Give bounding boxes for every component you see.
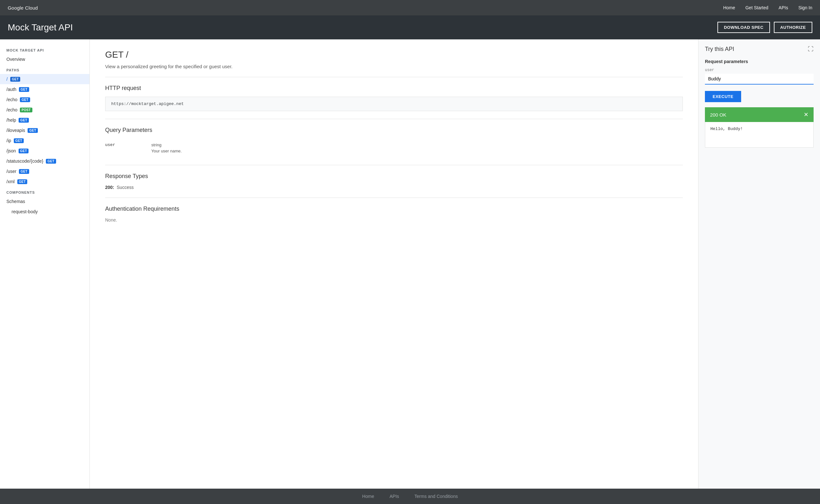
sidebar-path-json[interactable]: /json GET [0, 146, 89, 156]
sidebar-schemas[interactable]: Schemas [0, 196, 89, 207]
sidebar-path-ip[interactable]: /ip GET [0, 135, 89, 146]
path-label: /xml [6, 179, 15, 184]
sidebar-schema-request-body[interactable]: request-body [0, 207, 89, 217]
response-types-section: Response Types [105, 173, 683, 180]
path-label: /echo [6, 97, 17, 102]
sidebar-path-auth[interactable]: /auth GET [0, 84, 89, 94]
sidebar: MOCK TARGET API Overview PATHS / GET /au… [0, 39, 90, 489]
sidebar-path-echo-get[interactable]: /echo GET [0, 94, 89, 105]
path-label: /user [6, 169, 16, 174]
sidebar-path-echo-post[interactable]: /echo POST [0, 105, 89, 115]
execute-button[interactable]: EXECUTE [705, 91, 741, 102]
expand-icon[interactable]: ⛶ [808, 46, 814, 53]
method-badge-get: GET [10, 77, 20, 82]
schema-item-label: request-body [12, 209, 38, 214]
sidebar-path-xml[interactable]: /xml GET [0, 176, 89, 187]
path-label: / [6, 77, 8, 82]
try-param-label: user [705, 68, 814, 72]
divider-4 [105, 198, 683, 198]
endpoint-description: View a personalized greeting for the spe… [105, 64, 683, 69]
param-details: string Your user name. [151, 142, 182, 153]
method-badge-get: GET [14, 138, 24, 143]
method-badge-get: GET [19, 118, 29, 123]
path-label: /auth [6, 87, 16, 92]
page-header: Mock Target API DOWNLOAD SPEC AUTHORIZE [0, 15, 820, 39]
response-status: 200 OK [710, 112, 726, 118]
method-badge-get: GET [19, 169, 29, 174]
sidebar-api-title: MOCK TARGET API [0, 45, 89, 54]
header-buttons: DOWNLOAD SPEC AUTHORIZE [718, 22, 812, 33]
path-label: /statuscode/{code} [6, 159, 43, 164]
path-label: /json [6, 148, 16, 153]
top-nav-links: Home Get Started APIs Sign In [723, 5, 812, 10]
divider-3 [105, 165, 683, 165]
method-badge-get: GET [17, 179, 27, 184]
nav-home[interactable]: Home [723, 5, 735, 10]
content-area: GET / View a personalized greeting for t… [90, 39, 698, 489]
sidebar-overview-label: Overview [6, 57, 25, 62]
sidebar-components-section: COMPONENTS [0, 187, 89, 196]
response-status-bar: 200 OK ✕ [705, 107, 814, 122]
auth-section: Authentication Requirements [105, 206, 683, 212]
method-badge-get: GET [19, 149, 29, 153]
sidebar-path-statuscode[interactable]: /statuscode/{code} GET [0, 156, 89, 166]
query-param-row: user string Your user name. [105, 139, 683, 157]
path-label: /help [6, 118, 16, 123]
path-label: /iloveapis [6, 128, 25, 133]
close-icon[interactable]: ✕ [804, 111, 808, 118]
http-request-url: https://mocktarget.apigee.net [105, 97, 683, 111]
sidebar-overview[interactable]: Overview [0, 54, 89, 64]
divider-1 [105, 77, 683, 77]
sidebar-path-iloveapis[interactable]: /iloveapis GET [0, 125, 89, 135]
brand-name: Google Cloud [8, 5, 38, 11]
method-badge-get: GET [19, 87, 29, 92]
page-title: Mock Target API [8, 22, 73, 33]
footer: Home APIs Terms and Conditions [0, 489, 820, 504]
sidebar-path-user[interactable]: /user GET [0, 166, 89, 176]
authorize-button[interactable]: AUTHORIZE [774, 22, 812, 33]
method-badge-get: GET [46, 159, 56, 164]
divider-2 [105, 119, 683, 119]
nav-sign-in[interactable]: Sign In [798, 5, 812, 10]
auth-value: None. [105, 217, 683, 223]
schemas-label: Schemas [6, 199, 25, 204]
method-badge-get: GET [20, 97, 30, 102]
param-description: Your user name. [151, 149, 182, 153]
method-badge-get: GET [28, 128, 37, 133]
sidebar-paths-section: PATHS [0, 64, 89, 74]
response-body: Hello, Buddy! [705, 122, 814, 148]
param-name: user [105, 142, 143, 147]
sidebar-path-root[interactable]: / GET [0, 74, 89, 84]
param-type: string [151, 142, 182, 147]
top-nav: Google Cloud Home Get Started APIs Sign … [0, 0, 820, 15]
method-badge-post: POST [20, 108, 32, 112]
response-row: 200: Success [105, 185, 683, 190]
download-spec-button[interactable]: DOWNLOAD SPEC [718, 22, 770, 33]
nav-get-started[interactable]: Get Started [745, 5, 768, 10]
try-panel-title: Try this API [705, 46, 734, 53]
path-label: /ip [6, 138, 11, 143]
try-panel: Try this API ⛶ Request parameters user E… [698, 39, 820, 489]
try-panel-header: Try this API ⛶ [705, 46, 814, 53]
response-description: Success [117, 185, 134, 190]
http-request-section: HTTP request [105, 85, 683, 92]
footer-apis[interactable]: APIs [390, 494, 399, 499]
main-layout: MOCK TARGET API Overview PATHS / GET /au… [0, 39, 820, 489]
request-params-label: Request parameters [705, 59, 814, 64]
user-input[interactable] [705, 74, 814, 85]
nav-apis[interactable]: APIs [779, 5, 788, 10]
endpoint-title: GET / [105, 50, 683, 60]
footer-home[interactable]: Home [362, 494, 374, 499]
path-label: /echo [6, 107, 17, 112]
query-params-section: Query Parameters [105, 127, 683, 134]
response-code: 200: [105, 185, 114, 190]
sidebar-path-help[interactable]: /help GET [0, 115, 89, 125]
footer-terms[interactable]: Terms and Conditions [414, 494, 458, 499]
